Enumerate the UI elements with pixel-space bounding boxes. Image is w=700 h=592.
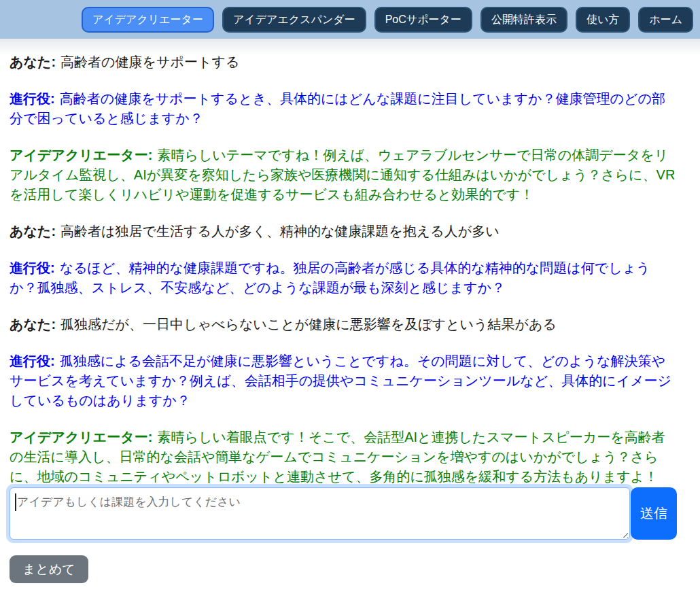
summarize-button[interactable]: まとめて [10, 555, 88, 583]
message-speaker: 進行役: [10, 91, 55, 106]
send-button[interactable]: 送信 [631, 487, 677, 540]
idea-expander-tab[interactable]: アイデアエクスパンダー [222, 7, 366, 33]
message-text: なるほど、精神的な健康課題ですね。独居の高齢者が感じる具体的な精神的な問題は何で… [10, 260, 650, 295]
poc-supporter-tab[interactable]: PoCサポーター [374, 7, 472, 33]
chat-message: 進行役:なるほど、精神的な健康課題ですね。独居の高齢者が感じる具体的な精神的な問… [10, 258, 676, 298]
message-speaker: アイデアクリエーター: [10, 147, 152, 162]
message-speaker: 進行役: [10, 260, 55, 275]
message-text: 孤独感による会話不足が健康に悪影響ということですね。その問題に対して、どのような… [10, 353, 671, 408]
idea-input[interactable] [10, 487, 630, 540]
text-caret [15, 493, 16, 511]
chat-message: あなた:高齢者の健康をサポートする [10, 52, 676, 72]
how-to-use-tab[interactable]: 使い方 [576, 7, 630, 33]
message-speaker: あなた: [10, 224, 56, 239]
chat-log: あなた:高齢者の健康をサポートする 進行役:高齢者の健康をサポートするとき、具体… [10, 52, 676, 487]
chat-message: 進行役:孤独感による会話不足が健康に悪影響ということですね。その問題に対して、ど… [10, 351, 676, 411]
message-speaker: 進行役: [10, 353, 55, 368]
idea-input-wrap [10, 487, 630, 540]
home-tab[interactable]: ホーム [638, 7, 693, 33]
chat-message: アイデアクリエーター:素晴らしい着眼点です！そこで、会話型AIと連携したスマート… [10, 428, 676, 487]
chat-message: アイデアクリエーター:素晴らしいテーマですね！例えば、ウェアラブルセンサーで日常… [10, 145, 676, 205]
message-text: 高齢者は独居で生活する人が多く、精神的な健康課題を抱える人が多い [60, 224, 500, 239]
message-text: 孤独感だが、一日中しゃべらないことが健康に悪影響を及ぼすという結果がある [60, 317, 557, 332]
message-speaker: あなた: [10, 317, 56, 332]
message-speaker: アイデアクリエーター: [10, 430, 152, 445]
chat-message: あなた:孤独感だが、一日中しゃべらないことが健康に悪影響を及ぼすという結果がある [10, 315, 676, 334]
chat-message: あなた:高齢者は独居で生活する人が多く、精神的な健康課題を抱える人が多い [10, 222, 676, 241]
patent-display-tab[interactable]: 公開特許表示 [480, 7, 567, 33]
message-speaker: あなた: [10, 54, 56, 69]
chat-page: あなた:高齢者の健康をサポートする 進行役:高齢者の健康をサポートするとき、具体… [0, 39, 700, 592]
idea-creator-tab[interactable]: アイデアクリエーター [82, 7, 214, 33]
chat-message: 進行役:高齢者の健康をサポートするとき、具体的にはどんな課題に注目していますか？… [10, 89, 676, 128]
top-navigation: アイデアクリエーターアイデアエクスパンダーPoCサポーター公開特許表示使い方ホー… [0, 0, 700, 39]
composer: 送信 [10, 487, 677, 540]
message-text: 高齢者の健康をサポートする [60, 54, 239, 69]
message-text: 高齢者の健康をサポートするとき、具体的にはどんな課題に注目していますか？健康管理… [10, 91, 665, 126]
